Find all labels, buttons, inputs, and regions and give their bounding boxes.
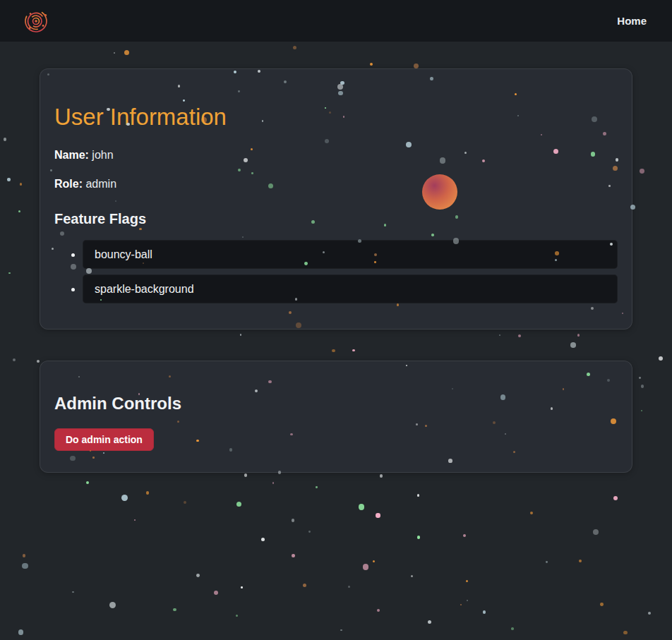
sparkle-dot — [241, 586, 243, 588]
sparkle-dot — [640, 169, 644, 174]
role-value: admin — [85, 178, 116, 190]
spiral-logo-icon — [21, 6, 51, 36]
sparkle-dot — [292, 519, 294, 521]
sparkle-dot — [72, 591, 74, 593]
sparkle-dot — [376, 513, 380, 518]
sparkle-dot — [196, 574, 200, 577]
sparkle-dot — [613, 496, 618, 500]
sparkle-dot — [236, 615, 239, 617]
sparkle-dot — [428, 620, 431, 624]
sparkle-dot — [261, 538, 265, 541]
sparkle-dot — [417, 494, 420, 497]
feature-flag-item: bouncy-ball — [83, 240, 618, 269]
feature-flags-list: bouncy-ball sparkle-background — [54, 240, 618, 303]
sparkle-dot — [593, 529, 599, 535]
sparkle-dot — [511, 627, 514, 630]
sparkle-dot — [124, 50, 130, 56]
role-line: Role: admin — [54, 176, 618, 193]
sparkle-dot — [373, 560, 375, 562]
sparkle-dot — [13, 358, 16, 361]
sparkle-dot — [292, 554, 295, 557]
name-label: Name: — [54, 149, 89, 161]
sparkle-dot — [370, 63, 373, 66]
sparkle-dot — [18, 629, 24, 635]
sparkle-dot — [121, 495, 128, 501]
sparkle-dot — [639, 377, 641, 379]
navbar: Home — [0, 0, 672, 42]
sparkle-dot — [173, 608, 176, 612]
feature-flags-title: Feature Flags — [54, 211, 618, 227]
nav-home-link[interactable]: Home — [617, 15, 647, 27]
name-line: Name: john — [54, 147, 618, 164]
sparkle-dot — [467, 600, 468, 601]
sparkle-dot — [236, 502, 241, 507]
sparkle-dot — [648, 612, 651, 615]
sparkle-dot — [460, 604, 462, 605]
sparkle-dot — [641, 385, 644, 388]
page-content: User Information Name: john Role: admin … — [40, 68, 632, 473]
user-info-card: User Information Name: john Role: admin … — [40, 68, 632, 330]
role-label: Role: — [54, 178, 83, 190]
sparkle-dot — [20, 183, 23, 186]
sparkle-dot — [411, 575, 413, 577]
sparkle-dot — [4, 138, 7, 141]
user-info-title: User Information — [54, 103, 618, 131]
feature-flag-value: sparkle-background — [83, 274, 618, 303]
sparkle-dot — [293, 46, 296, 49]
brand-logo[interactable] — [21, 6, 51, 36]
sparkle-dot — [114, 52, 115, 54]
feature-flag-value: bouncy-ball — [83, 240, 618, 269]
sparkle-dot — [7, 178, 11, 181]
admin-controls-card: Admin Controls Do admin action — [40, 361, 632, 473]
sparkle-dot — [623, 631, 627, 634]
sparkle-dot — [546, 561, 548, 563]
sparkle-dot — [348, 586, 350, 588]
sparkle-dot — [109, 602, 116, 608]
sparkle-dot — [641, 410, 642, 411]
sparkle-dot — [466, 580, 468, 582]
sparkle-dot — [530, 512, 533, 514]
sparkle-dot — [244, 473, 248, 477]
feature-flag-item: sparkle-background — [83, 274, 618, 303]
sparkle-dot — [134, 519, 136, 521]
sparkle-dot — [308, 531, 311, 533]
sparkle-dot — [184, 501, 186, 504]
sparkle-dot — [463, 534, 466, 537]
name-value: john — [92, 149, 113, 161]
sparkle-dot — [579, 560, 582, 562]
sparkle-dot — [146, 491, 150, 495]
sparkle-dot — [22, 563, 28, 569]
sparkle-dot — [23, 554, 25, 557]
sparkle-dot — [659, 356, 663, 361]
sparkle-dot — [86, 481, 89, 484]
sparkle-dot — [340, 629, 342, 631]
sparkle-dot — [417, 536, 421, 539]
sparkle-dot — [272, 482, 274, 483]
sparkle-dot — [316, 486, 317, 488]
sparkle-dot — [363, 564, 369, 570]
admin-controls-title: Admin Controls — [54, 394, 618, 413]
sparkle-dot — [359, 504, 365, 510]
sparkle-dot — [18, 210, 20, 212]
admin-action-button[interactable]: Do admin action — [54, 428, 154, 451]
sparkle-dot — [380, 474, 383, 477]
sparkle-dot — [377, 609, 380, 612]
sparkle-dot — [483, 610, 486, 614]
sparkle-dot — [214, 591, 218, 595]
sparkle-dot — [8, 272, 11, 274]
sparkle-dot — [303, 584, 307, 588]
sparkle-dot — [600, 603, 603, 605]
